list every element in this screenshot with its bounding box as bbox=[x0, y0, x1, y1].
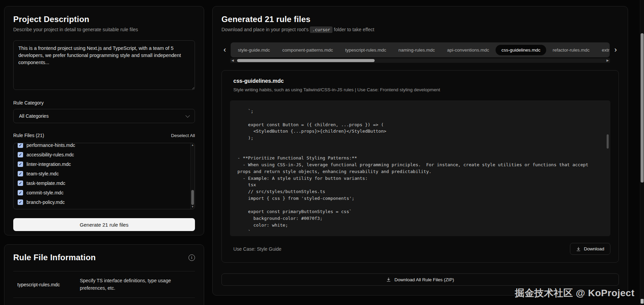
use-case-label: Use Case: Style Guide bbox=[233, 246, 282, 252]
page-scroll-bottom-nub bbox=[641, 299, 644, 304]
tab-style-guide-mdc[interactable]: style-guide.mdc bbox=[232, 45, 276, 55]
rule-file-name: team-style.mdc bbox=[26, 171, 59, 176]
rule-file-name: linter-integration.mdc bbox=[26, 161, 71, 167]
tab-typescript-rules-mdc[interactable]: typescript-rules.mdc bbox=[339, 45, 392, 55]
project-description-title: Project Description bbox=[13, 15, 195, 24]
rule-file-item[interactable]: ✓commit-style.mdc bbox=[18, 188, 191, 197]
generated-files-card: Generated 21 rule files Download and pla… bbox=[212, 6, 628, 296]
rule-info-description: Specify TS interface definitions, type u… bbox=[80, 277, 192, 292]
download-all-label: Download All Rule Files (ZIP) bbox=[394, 277, 454, 282]
rule-file-name: task-template.mdc bbox=[26, 180, 65, 186]
chevron-down-icon bbox=[185, 113, 190, 118]
rule-file-info-table: typescript-rules.mdcSpecify TS interface… bbox=[13, 271, 195, 298]
left-column: Project Description Describe your projec… bbox=[4, 6, 204, 305]
download-button-label: Download bbox=[584, 246, 604, 251]
checkbox-checked-icon[interactable]: ✓ bbox=[18, 143, 23, 148]
rule-file-item[interactable]: ✓team-style.mdc bbox=[18, 169, 191, 178]
download-all-button[interactable]: Download All Rule Files (ZIP) bbox=[221, 273, 619, 286]
tab-naming-rules-mdc[interactable]: naming-rules.mdc bbox=[393, 45, 441, 55]
project-description-card: Project Description Describe your projec… bbox=[4, 6, 204, 235]
checkbox-checked-icon[interactable]: ✓ bbox=[18, 199, 23, 205]
page-scrollbar[interactable] bbox=[640, 0, 644, 305]
checkbox-checked-icon[interactable]: ✓ bbox=[18, 152, 23, 157]
rule-file-name: commit-style.mdc bbox=[26, 190, 64, 195]
rule-info-filename: typescript-rules.mdc bbox=[17, 282, 71, 287]
cursor-folder-chip: .cursor bbox=[310, 26, 333, 33]
rule-file-item[interactable]: ✓linter-integration.mdc bbox=[18, 159, 191, 169]
project-description-subtitle: Describe your project in detail to gener… bbox=[13, 27, 195, 32]
tab-refactor-rules-mdc[interactable]: refactor-rules.mdc bbox=[547, 45, 595, 55]
rule-files-list: ✓performance-hints.mdc✓accessibility-rul… bbox=[13, 143, 195, 209]
hscroll-right-arrow-icon[interactable]: ▶ bbox=[605, 58, 610, 63]
info-icon[interactable]: i bbox=[189, 254, 195, 261]
tabs-scroll-right-button[interactable]: › bbox=[612, 46, 619, 54]
download-icon bbox=[576, 247, 581, 251]
rule-info-row: typescript-rules.mdcSpecify TS interface… bbox=[13, 271, 195, 298]
rule-files-header: Rule Files (21) Deselect All bbox=[13, 133, 195, 138]
tab-css-guidelines-mdc[interactable]: css-guidelines.mdc bbox=[496, 45, 546, 55]
hscroll-thumb[interactable] bbox=[237, 59, 375, 62]
rule-file-information-title: Rule File Information bbox=[13, 253, 96, 262]
generated-files-subtitle: Download and place in your project root'… bbox=[221, 27, 619, 32]
hscroll-left-arrow-icon[interactable]: ◀ bbox=[230, 58, 235, 63]
project-description-input[interactable]: This is a frontend project using Next.js… bbox=[13, 40, 195, 90]
checkbox-checked-icon[interactable]: ✓ bbox=[18, 180, 23, 186]
deselect-all-button[interactable]: Deselect All bbox=[171, 133, 195, 138]
rule-file-preview-card: css-guidelines.mdc Style writing habits,… bbox=[221, 70, 619, 263]
rule-category-select[interactable]: All Categories bbox=[13, 109, 195, 123]
right-column: Generated 21 rule files Download and pla… bbox=[212, 6, 628, 296]
rule-file-information-card: Rule File Information i typescript-rules… bbox=[4, 244, 204, 305]
rule-file-name: branch-policy.mdc bbox=[26, 199, 65, 205]
preview-filename: css-guidelines.mdc bbox=[233, 78, 610, 84]
code-content: `; export const Button = ({ children, ..… bbox=[237, 108, 602, 235]
scroll-down-arrow-icon[interactable]: ▼ bbox=[191, 205, 195, 209]
code-preview-block[interactable]: `; export const Button = ({ children, ..… bbox=[230, 100, 610, 236]
tab-api-conventions-mdc[interactable]: api-conventions.mdc bbox=[441, 45, 495, 55]
rule-file-item[interactable]: ✓performance-hints.mdc bbox=[18, 143, 191, 150]
page-scroll-thumb[interactable] bbox=[641, 33, 644, 183]
generated-files-title: Generated 21 rule files bbox=[221, 15, 619, 24]
tab-component-patterns-mdc[interactable]: component-patterns.mdc bbox=[276, 45, 339, 55]
download-file-button[interactable]: Download bbox=[570, 243, 610, 255]
rule-files-count-label: Rule Files (21) bbox=[13, 133, 44, 138]
rule-file-name: accessibility-rules.mdc bbox=[26, 152, 74, 157]
rule-file-name: performance-hints.mdc bbox=[26, 143, 75, 148]
hscroll-track[interactable] bbox=[235, 58, 605, 63]
rule-file-item[interactable]: ✓branch-policy.mdc bbox=[18, 197, 191, 207]
rule-category-value: All Categories bbox=[19, 113, 49, 119]
tabs-scroll-left-button[interactable]: ‹ bbox=[221, 46, 228, 54]
code-scroll-thumb[interactable] bbox=[607, 134, 609, 149]
checkbox-checked-icon[interactable]: ✓ bbox=[18, 161, 23, 167]
tab-extract-patterns-mdc[interactable]: extract-patterns.mdc bbox=[596, 45, 610, 55]
file-tabs-row: ‹ style-guide.mdccomponent-patterns.mdct… bbox=[221, 42, 619, 57]
tabs-horizontal-scrollbar[interactable]: ◀ ▶ bbox=[230, 58, 610, 63]
download-all-icon bbox=[386, 277, 391, 282]
checkbox-checked-icon[interactable]: ✓ bbox=[18, 190, 23, 195]
rule-files-scroll-thumb[interactable] bbox=[191, 190, 194, 205]
checkbox-checked-icon[interactable]: ✓ bbox=[18, 171, 23, 176]
generate-rules-button[interactable]: Generate 21 rule files bbox=[13, 218, 195, 231]
scroll-up-arrow-icon[interactable]: ▲ bbox=[191, 143, 195, 147]
rule-file-item[interactable]: ✓task-template.mdc bbox=[18, 178, 191, 188]
file-tabstrip: style-guide.mdccomponent-patterns.mdctyp… bbox=[231, 42, 609, 57]
rule-category-label: Rule Category bbox=[13, 100, 195, 106]
rule-file-item[interactable]: ✓accessibility-rules.mdc bbox=[18, 150, 191, 159]
watermark: 掘金技术社区 @ KoProject bbox=[515, 287, 634, 300]
preview-description: Style writing habits, such as using Tail… bbox=[233, 87, 610, 92]
rule-files-scrollbar[interactable]: ▲ ▼ bbox=[190, 143, 195, 209]
preview-footer: Use Case: Style Guide Download bbox=[230, 243, 610, 255]
